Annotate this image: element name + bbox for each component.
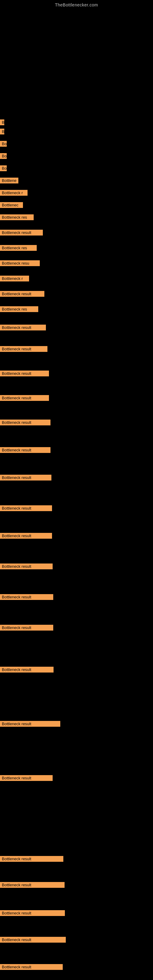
bottleneck-result-item: Bottleneck result bbox=[0, 625, 53, 630]
bottleneck-result-item: Bottleneck res bbox=[0, 306, 38, 312]
bottleneck-result-item: Bottleneck result bbox=[0, 775, 53, 781]
site-title: TheBottlenecker.com bbox=[0, 0, 153, 7]
bottleneck-result-item: Bo bbox=[0, 153, 7, 159]
bottleneck-result-item: Bo bbox=[0, 165, 7, 171]
bottleneck-result-item: Bottleneck result bbox=[0, 910, 65, 916]
bottleneck-result-item: Bottleneck r bbox=[0, 190, 27, 196]
bottleneck-result-item: B bbox=[0, 129, 4, 134]
bottleneck-result-item: Bottleneck result bbox=[0, 230, 43, 235]
bottleneck-result-item: Bottleneck res bbox=[0, 245, 37, 251]
bottleneck-result-item: B bbox=[0, 119, 4, 125]
bottleneck-result-item: Bottleneck result bbox=[0, 882, 65, 888]
bottleneck-result-item: Bottlenec bbox=[0, 202, 23, 208]
bottleneck-result-item: Bottleneck result bbox=[0, 346, 48, 352]
bottleneck-result-item: Bottleneck result bbox=[0, 594, 53, 600]
bottleneck-result-item: Bottleneck result bbox=[0, 371, 49, 376]
bottleneck-result-item: Bottleneck result bbox=[0, 856, 63, 862]
bottleneck-result-item: Bottleneck result bbox=[0, 667, 54, 673]
bottleneck-result-item: Bottleneck result bbox=[0, 721, 60, 727]
bottleneck-result-item: Bottleneck result bbox=[0, 395, 49, 401]
bottleneck-result-item: Bottleneck result bbox=[0, 505, 52, 511]
bottleneck-result-item: Bottleneck resu bbox=[0, 260, 40, 266]
bottleneck-result-item: Bottleneck result bbox=[0, 420, 51, 425]
bottleneck-result-item: Bottleneck result bbox=[0, 937, 66, 943]
bottleneck-result-item: Bottleneck r bbox=[0, 275, 29, 282]
bottleneck-result-item: Bottleneck result bbox=[0, 291, 45, 297]
bottleneck-result-item: Bottleneck result bbox=[0, 964, 63, 970]
bottleneck-result-item: Bottleneck result bbox=[0, 533, 52, 539]
bottleneck-result-item: Bottleneck res bbox=[0, 215, 33, 220]
bottleneck-result-item: Bottlene bbox=[0, 178, 18, 183]
bottleneck-result-item: Bottleneck result bbox=[0, 447, 51, 453]
bottleneck-result-item: Bo bbox=[0, 141, 7, 147]
bottleneck-result-item: Bottleneck result bbox=[0, 475, 51, 480]
bottleneck-result-item: Bottleneck result bbox=[0, 563, 53, 569]
bottleneck-result-item: Bottleneck result bbox=[0, 325, 46, 331]
